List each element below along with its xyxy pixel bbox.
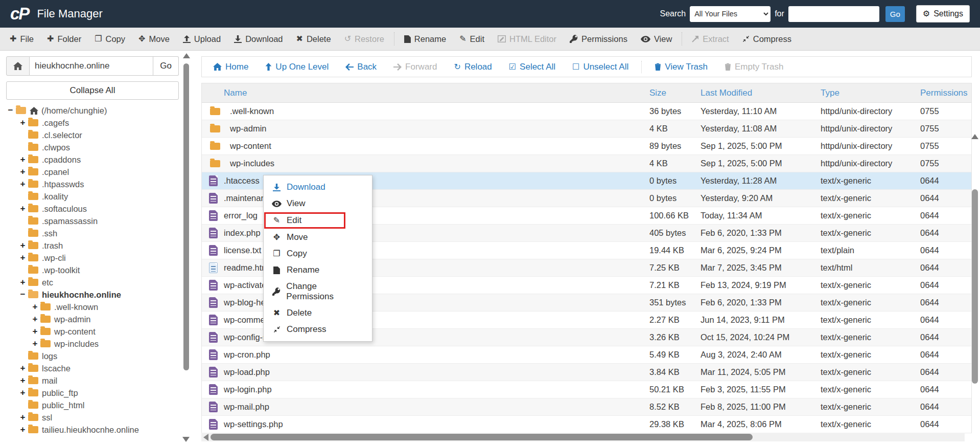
- search-input[interactable]: [788, 6, 879, 22]
- expand-icon[interactable]: +: [18, 154, 27, 165]
- tree-item-hieukhocnhe-online[interactable]: −hieukhocnhe.online: [6, 288, 179, 301]
- tree-item-logs[interactable]: logs: [6, 350, 179, 362]
- nav-item-unselect-all[interactable]: ☐Unselect All: [572, 62, 628, 72]
- expand-icon[interactable]: +: [18, 240, 27, 251]
- tree-item-wp-includes[interactable]: +wp-includes: [6, 338, 179, 350]
- tree-item-public-html[interactable]: public_html: [6, 399, 179, 411]
- toolbar-item-upload[interactable]: Upload: [176, 28, 227, 50]
- nav-item-home[interactable]: Home: [213, 62, 248, 72]
- collapse-all-button[interactable]: Collapse All: [6, 81, 179, 100]
- column-header-size[interactable]: Size: [649, 88, 701, 98]
- toolbar-item-delete[interactable]: ✖Delete: [290, 28, 338, 50]
- toolbar-item-file[interactable]: ✚File: [3, 28, 40, 50]
- expand-icon[interactable]: +: [18, 204, 27, 214]
- sidebar-scrollbar-thumb[interactable]: [183, 63, 189, 370]
- toolbar-item-view[interactable]: View: [634, 28, 679, 50]
- tree-item-cpaddons[interactable]: +.cpaddons: [6, 153, 179, 166]
- context-menu-compress[interactable]: Compress: [264, 321, 372, 338]
- tree-item-spamassassin[interactable]: .spamassassin: [6, 215, 179, 227]
- expand-icon[interactable]: +: [18, 388, 27, 398]
- expand-icon[interactable]: +: [18, 375, 27, 386]
- toolbar-item-move[interactable]: ✥Move: [132, 28, 176, 50]
- scroll-down-icon[interactable]: [182, 437, 190, 442]
- column-header-last-modified[interactable]: Last Modified: [701, 88, 821, 98]
- tree-item-mail[interactable]: +mail: [6, 374, 179, 387]
- context-menu-delete[interactable]: ✖Delete: [264, 305, 372, 321]
- expand-icon[interactable]: +: [18, 253, 27, 263]
- toolbar-item-rename[interactable]: Rename: [398, 28, 453, 50]
- context-menu-download[interactable]: Download: [264, 179, 372, 195]
- scroll-up-icon[interactable]: [971, 134, 978, 139]
- nav-item-up-one-level[interactable]: Up One Level: [265, 62, 329, 72]
- tree-item-softaculous[interactable]: +.softaculous: [6, 203, 179, 215]
- tree-item-well-known[interactable]: +.well-known: [6, 301, 179, 313]
- tree-item-clwpos[interactable]: .clwpos: [6, 141, 179, 153]
- nav-item-reload[interactable]: ↻Reload: [454, 62, 492, 72]
- tree-item-trash[interactable]: +.trash: [6, 239, 179, 252]
- tree-item-wp-cli[interactable]: +.wp-cli: [6, 252, 179, 264]
- settings-button[interactable]: ⚙ Settings: [916, 5, 970, 23]
- expand-icon[interactable]: +: [18, 363, 27, 373]
- toolbar-item-copy[interactable]: ❐Copy: [88, 28, 132, 50]
- table-row[interactable]: wp-load.php3.84 KBMar 11, 2024, 5:05 PMt…: [202, 364, 971, 381]
- nav-item-view-trash[interactable]: View Trash: [655, 62, 708, 72]
- context-menu-rename[interactable]: Rename: [264, 262, 372, 278]
- tree-item-public-ftp[interactable]: +public_ftp: [6, 387, 179, 399]
- expand-icon[interactable]: +: [18, 167, 27, 177]
- table-row[interactable]: wp-settings.php29.38 KBMar 4, 2025, 8:06…: [202, 416, 971, 433]
- table-row[interactable]: wp-mail.php8.52 KBFeb 8, 2025, 11:00 PMt…: [202, 398, 971, 416]
- tree-item-cl-selector[interactable]: .cl.selector: [6, 129, 179, 141]
- toolbar-item-edit[interactable]: ✎Edit: [453, 28, 491, 50]
- toolbar-item-folder[interactable]: ✚Folder: [40, 28, 88, 50]
- context-menu-copy[interactable]: ❐Copy: [264, 246, 372, 262]
- search-scope-select[interactable]: All Your Files: [690, 6, 771, 22]
- tree-item-ssh[interactable]: .ssh: [6, 227, 179, 239]
- expand-icon[interactable]: +: [18, 179, 27, 189]
- table-row[interactable]: wp-content89 bytesSep 1, 2025, 5:00 PMht…: [202, 138, 971, 155]
- tree-item-koality[interactable]: .koality: [6, 190, 179, 203]
- expand-icon[interactable]: +: [31, 326, 39, 337]
- tree-item-wp-content[interactable]: +wp-content: [6, 325, 179, 338]
- expand-icon[interactable]: +: [18, 412, 27, 423]
- expand-icon[interactable]: +: [18, 425, 27, 435]
- collapse-icon[interactable]: −: [18, 290, 27, 300]
- table-row[interactable]: .well-known36 bytesYesterday, 11:10 AMht…: [202, 103, 971, 120]
- expand-icon[interactable]: +: [31, 314, 39, 324]
- scroll-up-icon[interactable]: [183, 53, 190, 58]
- path-go-button[interactable]: Go: [153, 56, 179, 76]
- tree-item-htpasswds[interactable]: +.htpasswds: [6, 178, 179, 190]
- tree-item-lscache[interactable]: +lscache: [6, 362, 179, 374]
- context-menu-view[interactable]: View: [264, 195, 372, 212]
- tree-item-tailieu-hieukhocnhe-online[interactable]: +tailieu.hieukhocnhe.online: [6, 424, 179, 436]
- tree-item-wp-admin[interactable]: +wp-admin: [6, 313, 179, 325]
- horizontal-scrollbar-thumb[interactable]: [211, 434, 753, 440]
- search-go-button[interactable]: Go: [885, 6, 905, 22]
- nav-item-select-all[interactable]: ☑Select All: [509, 62, 555, 72]
- context-menu-edit[interactable]: ✎Edit: [264, 212, 345, 229]
- expand-icon[interactable]: +: [31, 339, 39, 349]
- collapse-icon[interactable]: −: [6, 105, 15, 116]
- expand-icon[interactable]: +: [18, 277, 27, 287]
- sidebar-scrollbar[interactable]: [182, 52, 190, 443]
- path-input[interactable]: [30, 56, 153, 76]
- main-vertical-scrollbar[interactable]: [971, 133, 979, 430]
- nav-item-back[interactable]: Back: [345, 62, 377, 72]
- home-button[interactable]: [6, 56, 30, 76]
- context-menu-move[interactable]: ✥Move: [264, 229, 372, 246]
- table-row[interactable]: wp-login.php50.21 KBFeb 3, 2025, 11:55 P…: [202, 381, 971, 398]
- column-header-name[interactable]: Name: [202, 88, 649, 98]
- tree-item-etc[interactable]: +etc: [6, 276, 179, 288]
- table-row[interactable]: wp-cron.php5.49 KBAug 3, 2024, 2:40 AMte…: [202, 346, 971, 364]
- toolbar-item-compress[interactable]: Compress: [736, 28, 798, 50]
- tree-item-cagefs[interactable]: +.cagefs: [6, 117, 179, 129]
- toolbar-item-download[interactable]: Download: [227, 28, 289, 50]
- tree-item-cpanel[interactable]: +.cpanel: [6, 166, 179, 178]
- tree-item-wp-toolkit[interactable]: .wp-toolkit: [6, 264, 179, 276]
- expand-icon[interactable]: +: [31, 302, 39, 312]
- context-menu-change-permissions[interactable]: Change Permissions: [264, 278, 372, 305]
- toolbar-item-permissions[interactable]: Permissions: [563, 28, 634, 50]
- column-header-permissions[interactable]: Permissions: [920, 88, 971, 98]
- scroll-left-icon[interactable]: [203, 434, 208, 441]
- horizontal-scrollbar[interactable]: [201, 433, 965, 441]
- main-scrollbar-thumb[interactable]: [972, 189, 978, 384]
